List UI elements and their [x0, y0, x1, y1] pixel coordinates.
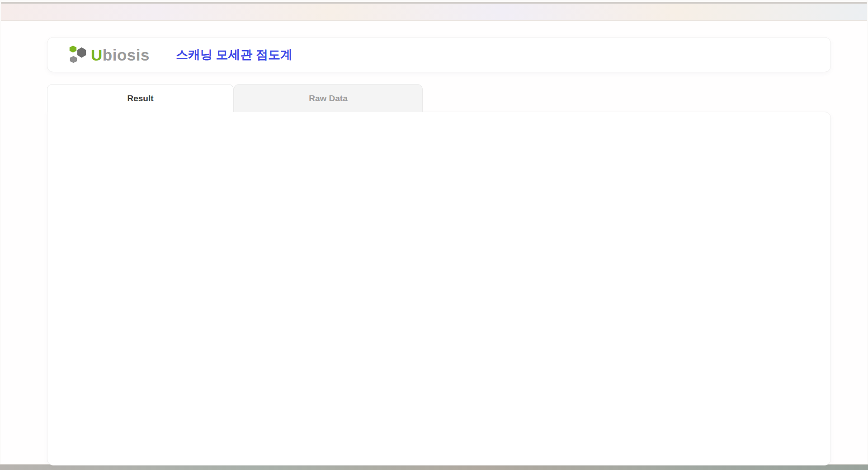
brand-u: U: [91, 46, 103, 64]
result-content-panel: [47, 112, 831, 465]
window-title-bar: [1, 4, 867, 21]
tab-raw-data[interactable]: Raw Data: [234, 84, 423, 112]
header-card: Ubiosis 스캐닝 모세관 점도계: [47, 37, 831, 72]
app-title: 스캐닝 모세관 점도계: [176, 47, 292, 63]
brand-rest: biosis: [103, 46, 150, 64]
brand-logo: Ubiosis: [67, 45, 150, 65]
ubiosis-hexagon-logo-icon: [67, 45, 88, 65]
brand-wordmark: Ubiosis: [91, 47, 150, 63]
tab-result[interactable]: Result: [47, 84, 234, 112]
